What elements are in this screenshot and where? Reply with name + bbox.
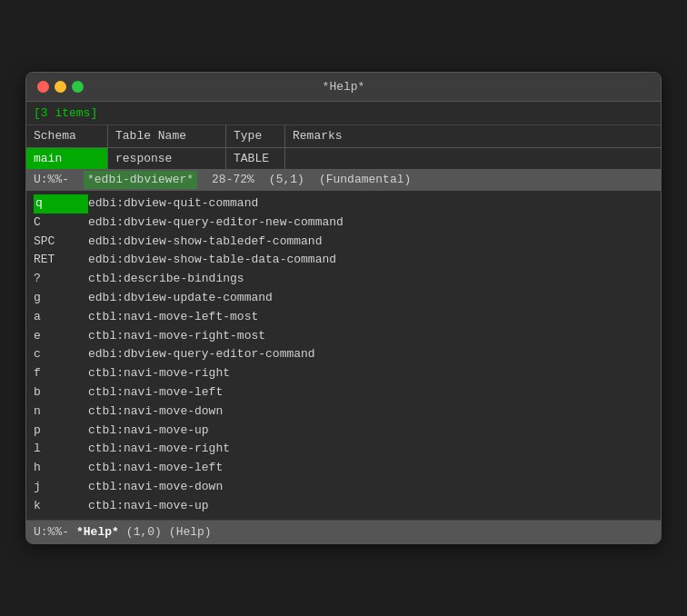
binding-command: edbi:dbview-query-editor-new-command <box>88 214 344 233</box>
binding-row: actbl:navi-move-left-most <box>34 308 653 327</box>
status-mode: U:%%- <box>34 171 69 189</box>
binding-row: qedbi:dbview-quit-command <box>34 194 653 214</box>
status-position: 28-72% <box>212 171 254 189</box>
title-bar: *Help* <box>26 73 661 102</box>
binding-row: lctbl:navi-move-right <box>34 440 653 459</box>
binding-key: e <box>34 327 88 346</box>
binding-row: bctbl:navi-move-left <box>34 383 653 402</box>
binding-command: edbi:dbview-query-editor-command <box>88 345 315 364</box>
binding-command: edbi:dbview-show-tabledef-command <box>88 233 322 252</box>
binding-row: RETedbi:dbview-show-table-data-command <box>34 251 653 270</box>
items-count: [3 items] <box>34 106 97 120</box>
status-buffer: *edbi-dbviewer* <box>84 171 197 189</box>
bottom-extra: (Help) <box>169 523 212 541</box>
binding-key: a <box>34 308 88 327</box>
binding-command: ctbl:navi-move-left <box>88 459 223 478</box>
binding-command: edbi:dbview-update-command <box>88 289 273 308</box>
content-area: [3 items] Schema Table Name Type Remarks… <box>26 102 661 543</box>
binding-row: hctbl:navi-move-left <box>34 459 653 478</box>
bottom-coords: (1,0) <box>126 523 162 541</box>
maximize-button[interactable] <box>72 81 84 93</box>
binding-row: SPCedbi:dbview-show-tabledef-command <box>34 233 653 252</box>
cell-table-name: response <box>108 148 226 170</box>
binding-key: g <box>34 289 88 308</box>
cell-remarks <box>285 148 376 170</box>
binding-key: ? <box>34 270 88 289</box>
status-extra: (Fundamental) <box>319 171 411 189</box>
header-type: Type <box>226 125 285 147</box>
binding-row: Cedbi:dbview-query-editor-new-command <box>34 214 653 233</box>
binding-command: edbi:dbview-show-table-data-command <box>88 251 336 270</box>
binding-key: f <box>34 364 88 383</box>
binding-key: p <box>34 422 88 441</box>
binding-row: pctbl:navi-move-up <box>34 422 653 441</box>
binding-key: h <box>34 459 88 478</box>
binding-key: b <box>34 383 88 402</box>
binding-key: j <box>34 478 88 497</box>
window-title: *Help* <box>323 80 365 94</box>
binding-key: q <box>34 194 88 214</box>
header-table-name: Table Name <box>108 125 226 147</box>
binding-command: ctbl:navi-move-left <box>88 383 223 402</box>
binding-command: ctbl:navi-move-down <box>88 402 223 422</box>
binding-command: ctbl:navi-move-right-most <box>88 327 265 346</box>
bottom-mode: U:%%- <box>34 523 69 541</box>
binding-row: jctbl:navi-move-down <box>34 478 653 497</box>
cell-schema: main <box>26 148 108 170</box>
binding-command: ctbl:navi-move-right <box>88 364 230 383</box>
binding-key: RET <box>34 251 88 270</box>
binding-row: cedbi:dbview-query-editor-command <box>34 345 653 364</box>
binding-row: gedbi:dbview-update-command <box>34 289 653 308</box>
binding-command: ctbl:navi-move-up <box>88 497 209 516</box>
binding-row: nctbl:navi-move-down <box>34 402 653 422</box>
binding-key: k <box>34 497 88 516</box>
binding-key: c <box>34 345 88 364</box>
minimize-button[interactable] <box>55 81 66 93</box>
binding-command: ctbl:navi-move-left-most <box>88 308 258 327</box>
table-row[interactable]: main response TABLE <box>26 148 661 170</box>
binding-command: ctbl:navi-move-right <box>88 440 230 459</box>
bottom-buffer: *Help* <box>76 523 119 541</box>
main-window: *Help* [3 items] Schema Table Name Type … <box>25 72 662 544</box>
info-bar: [3 items] <box>26 102 661 126</box>
binding-row: ectbl:navi-move-right-most <box>34 327 653 346</box>
binding-command: ctbl:navi-move-down <box>88 478 223 497</box>
table-header: Schema Table Name Type Remarks <box>26 125 661 148</box>
cell-type: TABLE <box>226 148 285 170</box>
status-coords: (5,1) <box>269 171 304 189</box>
binding-row: fctbl:navi-move-right <box>34 364 653 383</box>
binding-key: SPC <box>34 233 88 252</box>
binding-row: ?ctbl:describe-bindings <box>34 270 653 289</box>
binding-key: n <box>34 402 88 422</box>
binding-command: ctbl:describe-bindings <box>88 270 244 289</box>
binding-command: edbi:dbview-quit-command <box>88 194 258 214</box>
binding-row: kctbl:navi-move-up <box>34 497 653 516</box>
binding-command: ctbl:navi-move-up <box>88 422 209 441</box>
binding-key: C <box>34 214 88 233</box>
bottom-status-bar: U:%%- *Help* (1,0) (Help) <box>26 520 661 544</box>
close-button[interactable] <box>37 81 49 93</box>
header-remarks: Remarks <box>285 125 376 147</box>
header-schema: Schema <box>26 125 108 147</box>
traffic-lights <box>37 81 84 93</box>
status-bar-top: U:%%- *edbi-dbviewer* 28-72% (5,1) (Fund… <box>26 169 661 191</box>
bindings-area: qedbi:dbview-quit-commandCedbi:dbview-qu… <box>26 191 661 520</box>
binding-key: l <box>34 440 88 459</box>
